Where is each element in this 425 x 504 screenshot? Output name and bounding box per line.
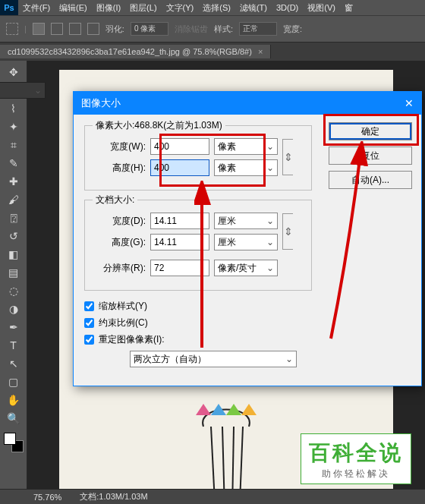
pixel-height-input[interactable] [150,159,209,176]
dodge-tool-icon[interactable]: ◑ [5,301,23,317]
resample-method-select[interactable]: 两次立方（自动） [130,351,297,367]
eyedropper-tool-icon[interactable]: ✎ [5,155,23,172]
scale-styles-checkbox[interactable]: 缩放样式(Y) [84,300,412,313]
marquee-tool-icon[interactable]: ▭ [0,82,46,99]
style-select[interactable]: 正常 [239,22,277,36]
resolution-unit[interactable]: 像素/英寸 [214,260,278,276]
lasso-tool-icon[interactable]: ⌇ [5,100,23,117]
document-tab[interactable]: cd1099532c83432896c3ba17e61ea942_th.jpg … [0,45,271,58]
feather-label: 羽化: [105,24,124,35]
app-logo: Ps [0,0,18,15]
hand-tool-icon[interactable]: ✋ [5,392,23,408]
eraser-tool-icon[interactable]: ◧ [5,246,23,263]
stamp-tool-icon[interactable]: ⍰ [5,209,23,226]
move-tool-icon[interactable]: ✥ [5,64,23,80]
document-size-group: 文档大小: 宽度(D): 厘米 高度(G): 厘米 ⇕ [84,200,312,291]
dialog-titlebar[interactable]: 图像大小 ✕ [74,92,421,115]
resolution-input[interactable] [150,260,209,276]
menu-filter[interactable]: 滤镜(T) [235,2,272,14]
auto-button[interactable]: 自动(A)... [329,171,412,189]
color-swatch[interactable] [4,433,24,452]
pixel-dimensions-legend: 像素大小:468.8K(之前为1.03M) [93,119,225,132]
menu-image[interactable]: 图像(I) [92,2,125,14]
toolbox: ✥ ▭ ⌇ ✦ ⌗ ✎ ✚ 🖌 ⍰ ↺ ◧ ▤ ◌ ◑ ✒ T ↖ ▢ ✋ 🔍 [0,61,27,489]
pixel-height-unit[interactable]: 像素 [214,159,278,176]
history-brush-icon[interactable]: ↺ [5,228,23,244]
height-label: 高度(H): [94,162,146,175]
reset-button[interactable]: 复位 [329,146,412,165]
crop-tool-icon[interactable]: ⌗ [5,137,23,153]
doc-width-label: 宽度(D): [94,215,146,228]
dialog-title: 图像大小 [81,96,121,110]
zoom-level[interactable]: 75.76% [33,493,61,502]
gradient-tool-icon[interactable]: ▤ [5,264,23,281]
doc-height-input[interactable] [150,234,209,250]
style-label: 样式: [214,24,233,35]
selection-add-icon[interactable] [51,23,63,35]
watermark-title: 百科全说 [309,439,403,468]
shape-tool-icon[interactable]: ▢ [5,373,23,390]
watermark-subtitle: 助你轻松解决 [309,468,403,480]
width-label: 宽度: [283,24,302,35]
marquee-tool-preset-icon[interactable] [6,23,18,35]
doc-width-input[interactable] [150,213,209,229]
type-tool-icon[interactable]: T [5,337,23,354]
selection-subtract-icon[interactable] [69,23,81,35]
feather-input[interactable]: 0 像素 [131,22,168,36]
status-bar: 75.76% 文档:1.03M/1.03M [0,489,425,504]
menu-bar: Ps 文件(F) 编辑(E) 图像(I) 图层(L) 文字(Y) 选择(S) 滤… [0,0,425,15]
path-tool-icon[interactable]: ↖ [5,355,23,372]
wand-tool-icon[interactable]: ✦ [5,118,23,135]
doc-width-unit[interactable]: 厘米 [214,213,278,229]
pixel-dimensions-group: 像素大小:468.8K(之前为1.03M) 宽度(W): 像素 高度(H): 像… [84,125,312,191]
options-bar: | 羽化: 0 像素 消除锯齿 样式: 正常 宽度: [0,15,425,43]
width-label: 宽度(W): [94,140,146,153]
doc-constrain-link-icon[interactable]: ⇕ [282,213,293,250]
close-icon[interactable]: × [258,47,263,56]
ok-button[interactable]: 确定 [329,122,412,140]
pixel-width-input[interactable] [150,138,209,155]
selection-new-icon[interactable] [33,23,45,35]
document-tabs: cd1099532c83432896c3ba17e61ea942_th.jpg … [0,43,425,61]
pixel-width-unit[interactable]: 像素 [214,138,278,155]
zoom-tool-icon[interactable]: 🔍 [5,410,23,427]
doc-height-label: 高度(G): [94,236,146,249]
document-size-legend: 文档大小: [93,194,137,206]
canvas-artwork [143,373,310,495]
constrain-proportions-checkbox[interactable]: 约束比例(C) [84,317,412,329]
menu-edit[interactable]: 编辑(E) [55,2,92,14]
menu-view[interactable]: 视图(V) [303,2,340,14]
image-size-dialog: 图像大小 ✕ 确定 复位 自动(A)... 像素大小:468.8K(之前为1.0… [73,91,422,386]
doc-height-unit[interactable]: 厘米 [214,234,278,250]
menu-type[interactable]: 文字(Y) [162,2,199,14]
blur-tool-icon[interactable]: ◌ [5,282,23,299]
resample-checkbox[interactable]: 重定图像像素(I): [84,333,412,346]
doc-size: 文档:1.03M/1.03M [80,491,147,502]
menu-select[interactable]: 选择(S) [198,2,235,14]
opt-sep: | [24,24,27,33]
watermark: 百科全说 助你轻松解决 [301,433,411,484]
menu-window[interactable]: 窗 [340,2,357,14]
menu-file[interactable]: 文件(F) [18,2,55,14]
brush-tool-icon[interactable]: 🖌 [5,191,23,208]
tab-title: cd1099532c83432896c3ba17e61ea942_th.jpg … [8,47,252,56]
antialias-label: 消除锯齿 [175,24,208,35]
menu-3d[interactable]: 3D(D) [272,3,303,12]
menu-layer[interactable]: 图层(L) [125,2,161,14]
heal-tool-icon[interactable]: ✚ [5,173,23,190]
pen-tool-icon[interactable]: ✒ [5,319,23,335]
dialog-close-icon[interactable]: ✕ [405,97,414,109]
constrain-link-icon[interactable]: ⇕ [282,139,293,175]
selection-intersect-icon[interactable] [87,23,99,35]
resolution-label: 分辨率(R): [94,262,146,275]
